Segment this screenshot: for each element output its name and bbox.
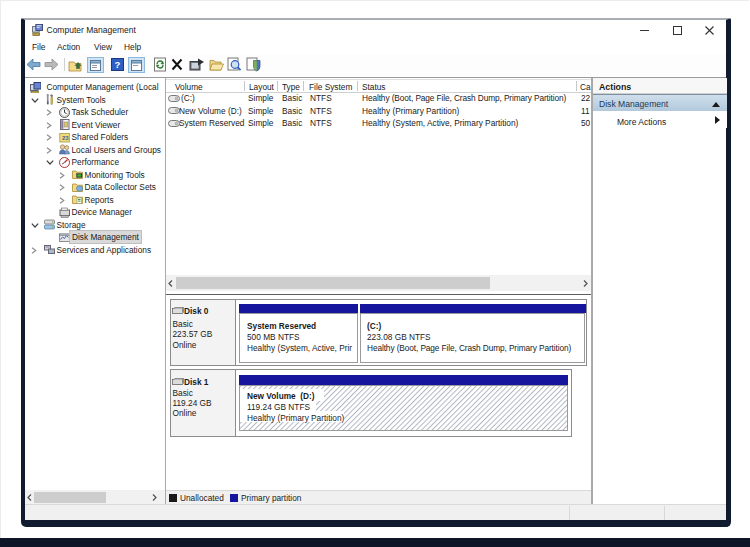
svg-text:23: 23: [62, 134, 69, 140]
svg-text:?: ?: [115, 59, 121, 70]
